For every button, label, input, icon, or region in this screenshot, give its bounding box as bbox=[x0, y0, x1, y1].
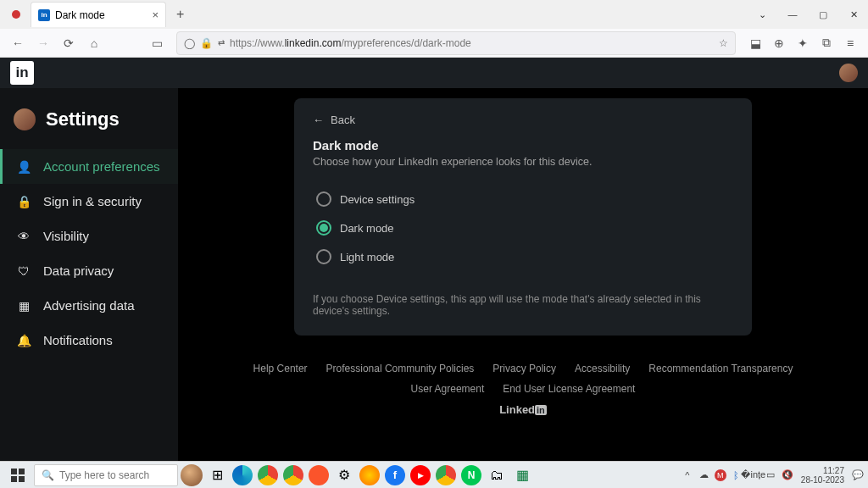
avatar[interactable] bbox=[839, 64, 858, 82]
sidebar-item-visibility[interactable]: 👁 Visibility bbox=[0, 219, 178, 253]
chrome-icon[interactable] bbox=[258, 465, 278, 485]
facebook-icon[interactable]: f bbox=[385, 465, 405, 485]
notifications-icon[interactable]: 💬 bbox=[851, 469, 865, 482]
footer-link-recommendation-transparency[interactable]: Recommendation Transparency bbox=[648, 363, 793, 374]
dark-mode-card: ← Back Dark mode Choose how your LinkedI… bbox=[294, 98, 752, 336]
app-header: in bbox=[0, 58, 868, 88]
close-window-button[interactable]: ✕ bbox=[839, 3, 868, 26]
sidebar-item-label: Advertising data bbox=[43, 298, 135, 313]
linkedin-logo[interactable]: in bbox=[10, 61, 34, 85]
card-subtitle: Choose how your LinkedIn experience look… bbox=[313, 156, 733, 168]
sidebar-item-data-privacy[interactable]: 🛡 Data privacy bbox=[0, 253, 178, 288]
explorer-icon[interactable]: 🗂 bbox=[485, 463, 509, 487]
wifi-icon[interactable]: �ințe bbox=[747, 469, 760, 482]
page-title: Settings bbox=[46, 108, 120, 130]
home-button[interactable]: ⌂ bbox=[83, 32, 105, 54]
chrome-icon[interactable] bbox=[436, 465, 456, 485]
url-bar[interactable]: ◯ 🔒 ⇄ https://www.linkedin.com/myprefere… bbox=[176, 31, 736, 55]
sidebar-item-signin-security[interactable]: 🔒 Sign in & security bbox=[0, 184, 178, 219]
back-label: Back bbox=[331, 114, 355, 126]
svg-rect-1 bbox=[19, 469, 25, 474]
bell-icon: 🔔 bbox=[16, 334, 31, 347]
browser-tab[interactable]: in Dark mode × bbox=[31, 2, 166, 27]
taskbar-search[interactable]: 🔍 Type here to search bbox=[34, 464, 178, 486]
extensions-icon[interactable]: ⧉ bbox=[815, 32, 837, 54]
footer-link-eula[interactable]: End User License Agreement bbox=[503, 383, 635, 395]
new-tab-button[interactable]: + bbox=[171, 5, 189, 24]
firefox-icon[interactable] bbox=[359, 465, 380, 485]
content-area: ← Back Dark mode Choose how your LinkedI… bbox=[178, 88, 868, 461]
minimize-button[interactable]: — bbox=[778, 3, 807, 26]
sidebar-item-label: Visibility bbox=[43, 229, 89, 243]
tray-overflow-icon[interactable]: ^ bbox=[681, 469, 694, 482]
maximize-button[interactable]: ▢ bbox=[809, 3, 837, 26]
sidebar-item-account-preferences[interactable]: 👤 Account preferences bbox=[0, 149, 178, 184]
radio-dark-mode[interactable]: Dark mode bbox=[313, 214, 733, 242]
search-placeholder: Type here to search bbox=[59, 469, 149, 481]
bookmark-star-icon[interactable]: ☆ bbox=[719, 37, 728, 49]
edge-icon[interactable] bbox=[232, 465, 253, 485]
search-icon: 🔍 bbox=[42, 469, 54, 481]
cortana-face-icon[interactable] bbox=[180, 463, 203, 487]
sidebar-header: Settings bbox=[0, 108, 178, 149]
task-view-icon[interactable]: ⊞ bbox=[205, 463, 229, 487]
browser-titlebar: in Dark mode × + ⌄ — ▢ ✕ bbox=[0, 0, 868, 29]
app-tray-icon[interactable]: M bbox=[715, 469, 726, 481]
footer-link-accessibility[interactable]: Accessibility bbox=[575, 363, 630, 374]
settings-sidebar: Settings 👤 Account preferences 🔒 Sign in… bbox=[0, 88, 178, 461]
news-icon: ▦ bbox=[16, 299, 31, 313]
lock-icon: 🔒 bbox=[200, 37, 213, 49]
radio-light-mode[interactable]: Light mode bbox=[313, 242, 733, 271]
tab-title: Dark mode bbox=[55, 9, 105, 21]
back-button[interactable]: ← bbox=[7, 32, 29, 54]
url-text: https://www.linkedin.com/mypreferences/d… bbox=[230, 37, 471, 49]
onedrive-icon[interactable]: ☁ bbox=[698, 469, 711, 482]
shield-icon: 🛡 bbox=[16, 264, 31, 278]
menu-icon[interactable]: ≡ bbox=[839, 32, 861, 54]
radio-icon bbox=[316, 220, 331, 236]
forward-button[interactable]: → bbox=[32, 32, 54, 54]
radio-icon bbox=[316, 249, 331, 264]
radio-label: Device settings bbox=[340, 193, 415, 206]
radio-icon bbox=[316, 191, 331, 207]
windows-taskbar: 🔍 Type here to search ⊞ ⚙ f ▶ N 🗂 ▦ ^ ☁ … bbox=[0, 461, 868, 488]
browser-toolbar: ← → ⟳ ⌂ ▭ ◯ 🔒 ⇄ https://www.linkedin.com… bbox=[0, 29, 868, 58]
card-title: Dark mode bbox=[313, 138, 733, 152]
footer-link-privacy-policy[interactable]: Privacy Policy bbox=[492, 363, 556, 374]
sidebar-item-label: Account preferences bbox=[43, 159, 160, 174]
excel-icon[interactable]: ▦ bbox=[510, 463, 534, 487]
sidebar-item-notifications[interactable]: 🔔 Notifications bbox=[0, 323, 178, 358]
brave-icon[interactable] bbox=[309, 465, 329, 485]
back-link[interactable]: ← Back bbox=[313, 114, 733, 126]
battery-icon[interactable]: ▭ bbox=[764, 469, 777, 482]
footer-link-community-policies[interactable]: Professional Community Policies bbox=[326, 363, 475, 374]
sidebar-item-label: Notifications bbox=[43, 333, 113, 347]
sidebar-item-advertising-data[interactable]: ▦ Advertising data bbox=[0, 288, 178, 323]
clock[interactable]: 11:27 28-10-2023 bbox=[798, 466, 848, 485]
radio-label: Dark mode bbox=[340, 222, 394, 235]
sidebar-item-label: Data privacy bbox=[43, 263, 114, 278]
app-icon[interactable]: N bbox=[461, 465, 481, 485]
firefox-icon bbox=[12, 10, 20, 19]
lock-icon: 🔒 bbox=[16, 195, 31, 208]
pocket-icon[interactable]: ⬓ bbox=[744, 32, 766, 54]
extension-icon[interactable]: ✦ bbox=[792, 32, 814, 54]
svg-rect-0 bbox=[11, 469, 17, 474]
footer-link-user-agreement[interactable]: User Agreement bbox=[411, 383, 485, 395]
globe-icon[interactable]: ⊕ bbox=[768, 32, 790, 54]
svg-rect-3 bbox=[19, 476, 25, 482]
settings-icon[interactable]: ⚙ bbox=[332, 463, 356, 487]
radio-label: Light mode bbox=[340, 251, 394, 263]
volume-icon[interactable]: 🔇 bbox=[781, 469, 794, 482]
youtube-icon[interactable]: ▶ bbox=[410, 465, 431, 485]
reload-button[interactable]: ⟳ bbox=[58, 32, 80, 54]
close-icon[interactable]: × bbox=[152, 8, 159, 21]
reader-icon[interactable]: ▭ bbox=[146, 32, 168, 54]
footer-link-help-center[interactable]: Help Center bbox=[253, 363, 308, 374]
start-button[interactable] bbox=[3, 463, 32, 487]
chevron-down-icon[interactable]: ⌄ bbox=[748, 3, 776, 26]
chrome-icon[interactable] bbox=[283, 465, 303, 485]
radio-device-settings[interactable]: Device settings bbox=[313, 185, 733, 214]
linkedin-app: in Settings 👤 Account preferences 🔒 Sign… bbox=[0, 58, 868, 461]
user-icon: 👤 bbox=[16, 160, 31, 174]
